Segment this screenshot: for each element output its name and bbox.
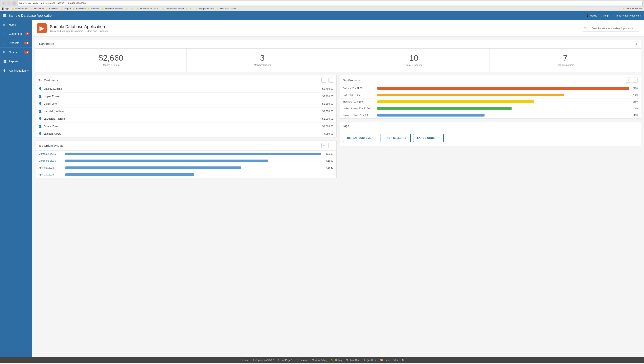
sidebar-item-home[interactable]: ⌂ Home <box>0 20 32 29</box>
user-menu[interactable]: 👤 brad@intellivideo.com <box>612 14 641 17</box>
toolbar-home[interactable]: ⌂ Home <box>240 359 248 361</box>
bookmark-delicious[interactable]: 📁 Bookmark on Delici... <box>137 8 160 10</box>
bookmarks-bar: 📱 Apps ⭐ Favorite Sites 📁 IntelliVideo 📁… <box>0 7 644 11</box>
tag-item[interactable]: TOP SELLER 2 <box>383 134 410 142</box>
order-row: March 08, 2015 $1890 <box>36 157 336 164</box>
product-name: Jacket - 18 x $1.50 <box>343 87 376 90</box>
customer-row[interactable]: 👤 Hartsfield, William $2,370.00 <box>36 107 336 115</box>
mobile-label: Mobile <box>590 14 597 17</box>
order-date[interactable]: March 08, 2015 <box>38 159 64 162</box>
toolbar-quick-edit[interactable]: ✎ QuickEdit <box>364 359 376 361</box>
menu-icon[interactable]: ☰ <box>3 14 6 18</box>
sidebar-products-label: Products <box>9 42 24 45</box>
toolbar-session[interactable]: ⏱ Session <box>296 359 308 361</box>
customer-row[interactable]: 👤 Bradley, Eugene $2,760.00 <box>36 85 336 93</box>
search-icon: 🔍 <box>582 25 590 31</box>
stat-monthly-sales: $2,660 Monthly Sales <box>35 49 187 72</box>
app-logo-icon: ▶ <box>40 25 44 32</box>
address-bar[interactable] <box>18 1 642 6</box>
customer-row[interactable]: 👤 LaGuardia, Fiorello $1,090.00 <box>36 115 336 122</box>
product-bar <box>378 87 629 90</box>
forward-button[interactable]: › <box>7 1 11 6</box>
toolbar-debug-label: Debug <box>335 359 342 361</box>
back-button[interactable]: ‹ <box>2 1 6 6</box>
bookmark-webslice[interactable]: 📁 Web Slice Gallery <box>216 8 236 10</box>
bookmark-intellivideo[interactable]: 📁 IntelliVideo <box>30 8 44 10</box>
top-products-card: Top Products + › Jacket - 18 x $1.50 270… <box>340 75 641 119</box>
customer-amount: $1,060.00 <box>322 125 333 128</box>
toolbar-view-debug[interactable]: ⊞ View Debug <box>312 359 327 361</box>
customer-amount: $2,420.00 <box>322 95 333 98</box>
stat-total-products: 10 Total Products <box>338 49 490 72</box>
customer-icon: 👤 <box>38 102 42 105</box>
product-name: Business Shirt - 23 x $50 <box>343 114 376 116</box>
monthly-sales-value: $2,660 <box>39 54 183 62</box>
bookmark-personal[interactable]: 📁 Personal <box>88 8 99 10</box>
sidebar-item-reports[interactable]: 📄 Reports ▼ <box>0 57 32 66</box>
customer-name: Lambert, Albert <box>44 132 324 135</box>
customer-name: OHare, Frank <box>44 125 322 128</box>
product-name: Trousers - 21 x $80 <box>343 100 376 103</box>
toolbar-debug[interactable]: 🐛 Debug <box>331 359 342 361</box>
customer-row[interactable]: 👤 Logan, Edward $2,420.00 <box>36 93 336 100</box>
customer-row[interactable]: 👤 Dulles, John $2,380.00 <box>36 100 336 107</box>
bookmark-targetit[interactable]: 📁 TargetIt <box>60 8 71 10</box>
sidebar-reports-label: Reports <box>9 60 26 63</box>
sidebar-item-products[interactable]: ☰ Products 10 <box>0 38 32 48</box>
bookmark-favorite-sites[interactable]: ⭐ Favorite Sites <box>12 8 28 10</box>
tag-item[interactable]: REPEAT CUSTOMER 3 <box>343 134 380 142</box>
dashboard-title: Dashboard <box>39 42 54 46</box>
search-input[interactable] <box>590 25 639 31</box>
order-date[interactable]: April 02, 2015 <box>38 166 64 169</box>
customer-row[interactable]: 👤 Lambert, Albert $950.00 <box>36 130 336 137</box>
bookmark-apps[interactable]: 📱 Apps <box>2 8 10 10</box>
stats-row: $2,660 Monthly Sales 3 Monthly Orders 10… <box>35 49 641 72</box>
customer-amount: $2,380.00 <box>322 102 333 105</box>
toolbar-application[interactable]: ✎ Application 98757 <box>252 359 274 361</box>
administration-icon: ⚙ <box>3 69 7 72</box>
top-customers-nav-button[interactable]: › <box>328 78 333 83</box>
bookmark-geopoint[interactable]: 📁 GeoPoint <box>46 8 58 10</box>
order-date[interactable]: March 22, 2015 <box>38 152 64 155</box>
user-icon: 👤 <box>612 14 616 17</box>
product-row: Ladies Shoes - 12 x $1.20 1440 <box>340 105 641 112</box>
sidebar-orders-label: Orders <box>9 51 24 54</box>
sidebar-item-administration[interactable]: ⚙ Administration ▼ <box>0 66 32 75</box>
bookmark-independent[interactable]: 📁 Independent Nation <box>162 8 184 10</box>
sidebar-item-orders[interactable]: ⊞ Orders 10 <box>0 48 32 57</box>
toolbar-edit-page[interactable]: ✎ Edit Page 1 <box>278 359 292 361</box>
toolbar-theme-roller[interactable]: 🎨 Theme Roller <box>380 359 398 361</box>
help-button[interactable]: ? Help <box>601 14 608 17</box>
bookmark-other[interactable]: 📁 Other Bookmarks <box>623 8 642 10</box>
sidebar-item-customers[interactable]: 👤 Customers 7 <box>0 29 32 38</box>
top-orders-nav-button[interactable]: › <box>328 143 333 148</box>
top-orders-title: Top Orders by Date <box>38 144 64 147</box>
top-products-nav-button[interactable]: › <box>633 78 638 83</box>
customer-row[interactable]: 👤 OHare, Frank $1,060.00 <box>36 122 336 130</box>
mobile-button[interactable]: 📱 Mobile <box>586 14 597 17</box>
app-search[interactable]: 🔍 <box>582 25 640 32</box>
top-products-add-button[interactable]: + <box>626 78 631 83</box>
stat-total-customers: 7 Total Customers <box>490 49 641 72</box>
bookmark-tusc[interactable]: 📁 TUSC <box>125 8 134 10</box>
top-customers-header: Top Customers + › <box>36 75 336 85</box>
top-products-actions: + › <box>626 78 638 83</box>
top-orders-add-button[interactable]: + <box>322 143 326 148</box>
bookmark-intellireal[interactable]: 📁 IntelliReal <box>73 8 86 10</box>
toolbar-settings[interactable]: ⚙ <box>402 359 404 361</box>
customers-icon: 👤 <box>3 32 7 36</box>
reload-button[interactable]: ↻ <box>12 1 16 6</box>
customers-badge: 7 <box>25 33 29 35</box>
app-logo: ▶ <box>37 23 47 33</box>
order-date[interactable]: April 10, 2015 <box>38 173 64 176</box>
tags-title: Tags <box>343 124 349 127</box>
top-customers-add-button[interactable]: + <box>322 78 326 83</box>
dashboard-nav-icon[interactable]: › <box>636 42 637 46</box>
app-wrapper: ☰ Sample Database Application 📱 Mobile ?… <box>0 11 644 363</box>
toolbar-show-grid[interactable]: ⊞ Show Grid <box>346 359 360 361</box>
tag-item[interactable]: LARGE ORDER 1 <box>413 134 444 142</box>
bookmark-melrose[interactable]: 📁 Melrose & Madison <box>102 8 123 10</box>
top-customers-card: Top Customers + › 👤 Bradley, Eugene $2,7… <box>35 75 336 137</box>
bookmark-jee[interactable]: 📁 JEE <box>186 8 193 10</box>
bookmark-suggested[interactable]: 📁 Suggested Sites <box>196 8 214 10</box>
